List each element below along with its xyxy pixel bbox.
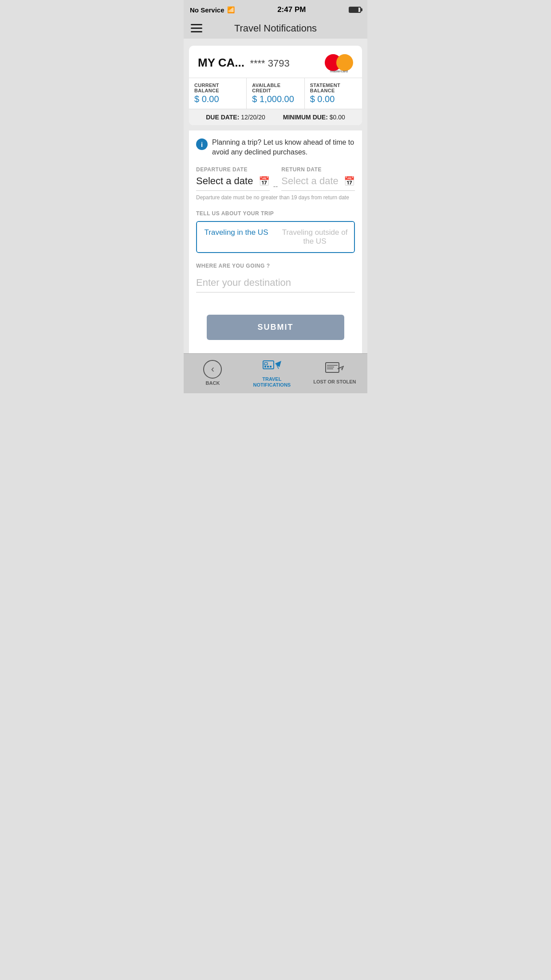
page-title: Travel Notifications: [234, 23, 317, 34]
statement-balance-cell: STATEMENT BALANCE $ 0.00: [305, 78, 362, 109]
time-display: 2:47 PM: [277, 5, 306, 14]
trip-section-label: TELL US ABOUT YOUR TRIP: [196, 210, 355, 217]
statement-balance-label: STATEMENT BALANCE: [310, 83, 357, 93]
info-banner-text: Planning a trip? Let us know ahead of ti…: [212, 138, 355, 158]
trip-us-button[interactable]: Traveling in the US: [197, 222, 276, 252]
battery-icon: [349, 7, 361, 13]
info-icon: i: [196, 138, 208, 150]
current-balance-label: CURRENT BALANCE: [194, 83, 241, 93]
minimum-due-item: MINIMUM DUE: $0.00: [283, 114, 345, 121]
form-section: i Planning a trip? Let us know ahead of …: [189, 130, 362, 301]
lost-stolen-nav-item[interactable]: LOST OR STOLEN: [313, 361, 356, 385]
bottom-nav: ‹ BACK TRAVELNOTIFICATIONS: [184, 353, 367, 393]
departure-date-field: DEPARTURE DATE Select a date 📅: [196, 166, 270, 191]
card-number: **** 3793: [250, 58, 289, 69]
back-circle-icon[interactable]: ‹: [203, 360, 222, 379]
back-nav-label: BACK: [206, 380, 220, 386]
due-row: DUE DATE: 12/20/20 MINIMUM DUE: $0.00: [189, 109, 362, 125]
date-hint: Departure date must be no greater than 1…: [196, 194, 355, 201]
return-date-text[interactable]: Select a date: [281, 175, 344, 187]
svg-rect-1: [264, 363, 268, 365]
hamburger-menu[interactable]: [191, 24, 202, 32]
signal-text: No Service: [190, 6, 224, 14]
departure-date-label: DEPARTURE DATE: [196, 166, 270, 173]
return-date-field: RETURN DATE Select a date 📅: [281, 166, 355, 191]
card-identity: MY CA... **** 3793: [198, 56, 290, 70]
statement-balance-value: $ 0.00: [310, 94, 357, 104]
mc-label: mastercard: [330, 69, 348, 73]
available-credit-value: $ 1,000.00: [252, 94, 299, 104]
current-balance-value: $ 0.00: [194, 94, 241, 104]
departure-date-text[interactable]: Select a date: [196, 175, 259, 187]
date-separator: --: [273, 182, 278, 190]
balance-row: CURRENT BALANCE $ 0.00 AVAILABLE CREDIT …: [189, 78, 362, 109]
return-date-label: RETURN DATE: [281, 166, 355, 173]
due-date-label: DUE DATE:: [206, 114, 239, 121]
status-left: No Service 📶: [190, 6, 235, 14]
due-date-item: DUE DATE: 12/20/20: [206, 114, 265, 121]
destination-section: WHERE ARE YOU GOING ?: [196, 263, 355, 292]
wifi-icon: 📶: [227, 6, 235, 13]
minimum-due-label: MINIMUM DUE:: [283, 114, 328, 121]
return-date-wrap[interactable]: Select a date 📅: [281, 175, 355, 191]
lost-stolen-icon: [325, 361, 344, 377]
card-top: MY CA... **** 3793 mastercard: [189, 46, 362, 78]
date-row: DEPARTURE DATE Select a date 📅 -- RETURN…: [196, 166, 355, 191]
svg-rect-3: [267, 366, 269, 368]
due-date-value: 12/20/20: [241, 114, 265, 121]
mastercard-logo: mastercard: [325, 54, 353, 71]
svg-rect-4: [270, 366, 272, 368]
submit-button[interactable]: SUBMIT: [207, 315, 344, 340]
card-widget: MY CA... **** 3793 mastercard CURRENT BA…: [189, 46, 362, 125]
lost-stolen-nav-label: LOST OR STOLEN: [313, 379, 356, 385]
minimum-due-value: $0.00: [330, 114, 345, 121]
nav-header: Travel Notifications: [184, 20, 367, 39]
status-bar: No Service 📶 2:47 PM: [184, 0, 367, 20]
available-credit-cell: AVAILABLE CREDIT $ 1,000.00: [247, 78, 304, 109]
destination-label: WHERE ARE YOU GOING ?: [196, 263, 355, 269]
trip-outside-button[interactable]: Traveling outside of the US: [276, 222, 354, 252]
trip-toggle: Traveling in the US Traveling outside of…: [196, 221, 355, 253]
return-calendar-icon[interactable]: 📅: [344, 176, 355, 186]
travel-icon: [263, 358, 281, 375]
departure-date-wrap[interactable]: Select a date 📅: [196, 175, 270, 191]
svg-rect-6: [326, 363, 339, 372]
available-credit-label: AVAILABLE CREDIT: [252, 83, 299, 93]
mc-yellow-circle: [336, 54, 353, 71]
trip-section: TELL US ABOUT YOUR TRIP Traveling in the…: [196, 210, 355, 253]
battery-indicator: [349, 7, 361, 13]
current-balance-cell: CURRENT BALANCE $ 0.00: [189, 78, 247, 109]
submit-section: SUBMIT: [189, 301, 362, 353]
main-content: MY CA... **** 3793 mastercard CURRENT BA…: [184, 39, 367, 353]
travel-notifications-nav-item[interactable]: TRAVELNOTIFICATIONS: [253, 358, 291, 388]
svg-rect-2: [264, 366, 266, 368]
card-name: MY CA...: [198, 56, 244, 69]
travel-nav-label: TRAVELNOTIFICATIONS: [253, 376, 291, 388]
info-banner: i Planning a trip? Let us know ahead of …: [196, 138, 355, 158]
back-nav-item[interactable]: ‹ BACK: [195, 360, 230, 386]
departure-calendar-icon[interactable]: 📅: [259, 176, 270, 186]
destination-input[interactable]: [196, 273, 355, 292]
